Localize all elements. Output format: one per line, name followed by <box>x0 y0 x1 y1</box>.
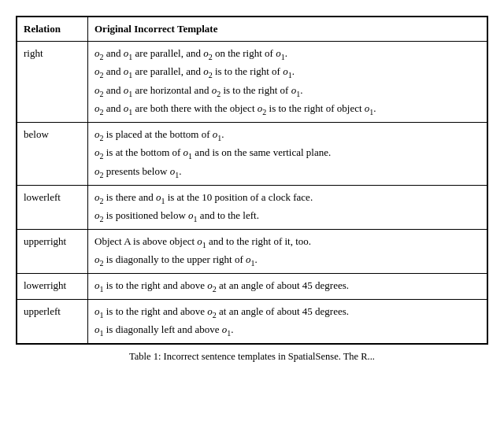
template-text: o2 and o1 are parallel, and o2 on the ri… <box>94 46 480 63</box>
template-text: o2 is diagonally to the upper right of o… <box>94 252 480 269</box>
template-cell: Object A is above object o1 and to the r… <box>88 229 487 273</box>
template-text: o2 is placed at the bottom of o1. <box>94 127 480 144</box>
relation-cell: below <box>17 122 88 185</box>
template-text: o2 and o1 are parallel, and o2 is to the… <box>94 64 480 81</box>
template-cell: o1 is to the right and above o2 at an an… <box>88 274 487 300</box>
template-text: o1 is to the right and above o2 at an an… <box>94 304 480 321</box>
header-relation: Relation <box>17 17 88 42</box>
template-text: o2 is at the bottom of o1 and is on the … <box>94 145 480 162</box>
template-text: o1 is diagonally left and above o1. <box>94 322 480 339</box>
relation-cell: upperleft <box>17 299 88 343</box>
template-text: Object A is above object o1 and to the r… <box>94 234 480 251</box>
relation-cell: right <box>17 41 88 122</box>
header-template: Original Incorrect Template <box>88 17 487 42</box>
template-cell: o1 is to the right and above o2 at an an… <box>88 299 487 343</box>
template-cell: o2 and o1 are parallel, and o2 on the ri… <box>88 41 487 122</box>
relation-cell: lowerleft <box>17 185 88 229</box>
relation-cell: lowerright <box>17 274 88 300</box>
template-text: o2 and o1 are both there with the object… <box>94 101 480 118</box>
template-text: o1 is to the right and above o2 at an an… <box>94 278 480 295</box>
table-caption: Table 1: Incorrect sentence templates in… <box>16 351 488 363</box>
main-table-wrapper: Relation Original Incorrect Template rig… <box>16 16 488 345</box>
template-text: o2 and o1 are horizontal and o2 is to th… <box>94 83 480 100</box>
template-text: o2 is positioned below o1 and to the lef… <box>94 208 480 225</box>
relation-cell: upperright <box>17 229 88 273</box>
template-text: o2 is there and o1 is at the 10 position… <box>94 190 480 207</box>
template-text: o2 presents below o1. <box>94 164 480 181</box>
relations-table: Relation Original Incorrect Template rig… <box>17 17 487 344</box>
template-cell: o2 is placed at the bottom of o1.o2 is a… <box>88 122 487 185</box>
template-cell: o2 is there and o1 is at the 10 position… <box>88 185 487 229</box>
